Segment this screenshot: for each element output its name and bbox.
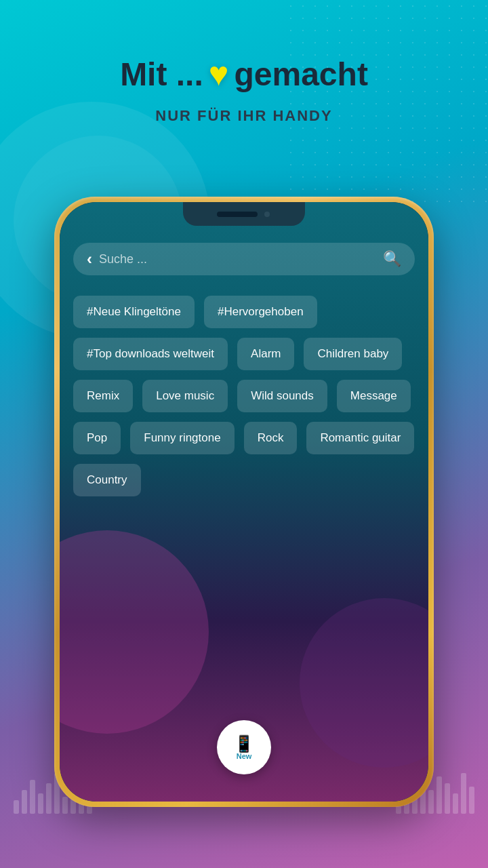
eq-bar	[14, 800, 19, 814]
screen-content: ‹ Suche ... 🔍 #Neue Klingeltöne#Hervorge…	[60, 229, 428, 802]
search-placeholder[interactable]: Suche ...	[99, 252, 376, 267]
tag-children[interactable]: Children baby	[304, 338, 402, 370]
notch-speaker	[217, 212, 258, 217]
search-bar: ‹ Suche ... 🔍	[73, 243, 415, 275]
tag-alarm[interactable]: Alarm	[237, 338, 294, 370]
eq-bar	[436, 776, 442, 814]
title-part1: Mit ...	[120, 56, 203, 93]
tags-container: #Neue Klingeltöne#Hervorgehoben#Top down…	[73, 296, 415, 496]
phone-inner: ‹ Suche ... 🔍 #Neue Klingeltöne#Hervorge…	[60, 202, 428, 802]
back-button[interactable]: ‹	[87, 250, 92, 269]
notch-camera	[263, 210, 271, 218]
tag-hervor[interactable]: #Hervorgehoben	[204, 296, 317, 328]
tag-neue[interactable]: #Neue Klingeltöne	[73, 296, 195, 328]
tag-rock[interactable]: Rock	[244, 422, 298, 454]
phone-outer: ‹ Suche ... 🔍 #Neue Klingeltöne#Hervorge…	[54, 197, 434, 807]
eq-bar	[38, 793, 43, 814]
notch	[183, 202, 305, 226]
tag-romantic[interactable]: Romantic guitar	[306, 422, 414, 454]
tag-wild[interactable]: Wild sounds	[237, 380, 327, 412]
new-badge[interactable]: 📱 New	[217, 720, 271, 774]
tag-message[interactable]: Message	[337, 380, 411, 412]
header: Mit ... ♥ gemacht NUR FÜR IHR HANDY	[0, 54, 488, 125]
tag-remix[interactable]: Remix	[73, 380, 133, 412]
eq-bar	[461, 773, 466, 814]
new-badge-container: 📱 New	[217, 720, 271, 774]
new-badge-text: New	[237, 752, 252, 760]
heart-icon: ♥	[209, 54, 229, 94]
tag-top[interactable]: #Top downloads weltweit	[73, 338, 228, 370]
eq-bar	[30, 780, 35, 814]
tag-country[interactable]: Country	[73, 464, 141, 496]
search-icon[interactable]: 🔍	[383, 250, 401, 268]
eq-bar	[22, 790, 27, 814]
header-subtitle: NUR FÜR IHR HANDY	[0, 107, 488, 125]
header-title: Mit ... ♥ gemacht	[0, 54, 488, 94]
eq-bar	[46, 783, 52, 814]
phone-screen: ‹ Suche ... 🔍 #Neue Klingeltöne#Hervorge…	[60, 202, 428, 802]
phone-container: ‹ Suche ... 🔍 #Neue Klingeltöne#Hervorge…	[54, 197, 434, 807]
eq-bar	[469, 787, 474, 814]
tag-pop[interactable]: Pop	[73, 422, 121, 454]
phone-icon: 📱	[234, 734, 254, 753]
title-part2: gemacht	[234, 56, 367, 93]
tag-love[interactable]: Love music	[142, 380, 228, 412]
tag-funny[interactable]: Funny ringtone	[130, 422, 234, 454]
eq-bar	[445, 783, 450, 814]
eq-bar	[453, 793, 458, 814]
